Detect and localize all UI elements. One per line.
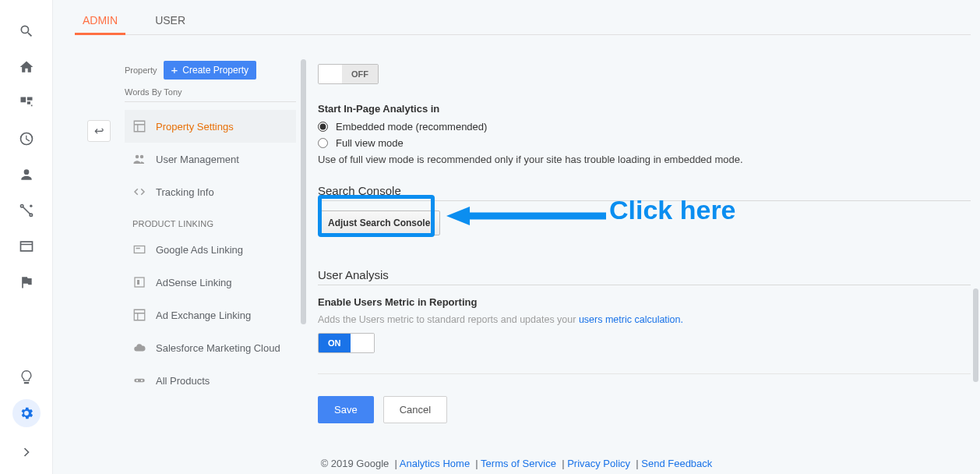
layout-icon: [132, 119, 146, 133]
footer: © 2019 Google | Analytics Home | Terms o…: [53, 458, 980, 469]
cloud-icon: [132, 341, 146, 355]
footer-privacy[interactable]: Privacy Policy: [567, 458, 630, 469]
nav-label: Property Settings: [156, 121, 234, 133]
inpage-help: Use of full view mode is recommended onl…: [318, 154, 971, 165]
nav-tracking-info[interactable]: Tracking Info: [125, 175, 296, 208]
nav-heading-product-linking: PRODUCT LINKING: [125, 208, 296, 233]
footer-analytics-home[interactable]: Analytics Home: [400, 458, 470, 469]
svg-rect-2: [136, 248, 140, 249]
enable-users-title: Enable Users Metric in Reporting: [318, 296, 971, 308]
save-button[interactable]: Save: [318, 396, 374, 423]
svg-point-6: [136, 380, 138, 381]
footer-feedback[interactable]: Send Feedback: [641, 458, 712, 469]
enable-users-help-text: Adds the Users metric to standard report…: [318, 314, 579, 325]
home-icon[interactable]: [12, 53, 41, 81]
user-analysis-heading: User Analysis: [318, 268, 971, 285]
nav-label: User Management: [156, 154, 239, 165]
ads-icon: [132, 242, 146, 256]
nav-property-settings[interactable]: Property Settings: [125, 110, 296, 143]
dashboard-icon[interactable]: [12, 89, 41, 117]
property-nav: Property Settings User Management Tracki…: [125, 110, 296, 397]
create-property-button[interactable]: + Create Property: [164, 61, 256, 80]
flow-icon[interactable]: [12, 196, 41, 225]
radio-fullview-input[interactable]: [318, 138, 328, 148]
property-column: Property + Create Property Words By Tony…: [125, 61, 296, 397]
nav-ad-exchange[interactable]: Ad Exchange Linking: [125, 299, 296, 331]
people-icon: [132, 152, 146, 166]
svg-point-7: [141, 380, 143, 381]
top-tabs: ADMIN USER: [76, 14, 971, 35]
nav-salesforce[interactable]: Salesforce Marketing Cloud: [125, 331, 296, 364]
back-button[interactable]: ↩: [87, 120, 111, 142]
flag-icon[interactable]: [12, 268, 41, 296]
footer-copyright: © 2019 Google: [321, 458, 390, 469]
radio-embedded[interactable]: Embedded mode (recommended): [318, 121, 971, 133]
person-icon[interactable]: [12, 161, 41, 189]
nav-user-management[interactable]: User Management: [125, 143, 296, 175]
users-metric-link[interactable]: users metric calculation.: [579, 314, 683, 325]
nav-label: Salesforce Marketing Cloud: [156, 342, 280, 354]
svg-rect-1: [134, 246, 145, 253]
expand-rail-icon[interactable]: [12, 438, 41, 466]
code-icon: [132, 185, 146, 199]
left-rail: [0, 0, 53, 474]
inner-scrollbar[interactable]: [301, 59, 306, 324]
settings-gear-icon[interactable]: [12, 399, 41, 427]
nav-label: Tracking Info: [156, 186, 214, 198]
lightbulb-icon[interactable]: [12, 363, 41, 391]
enable-users-help: Adds the Users metric to standard report…: [318, 314, 971, 325]
nav-label: All Products: [156, 375, 210, 387]
svg-rect-4: [137, 280, 139, 285]
create-property-label: Create Property: [182, 65, 249, 76]
nav-all-products[interactable]: All Products: [125, 364, 296, 397]
radio-embedded-input[interactable]: [318, 122, 328, 132]
footer-tos[interactable]: Terms of Service: [481, 458, 556, 469]
toggle-off[interactable]: OFF: [318, 64, 379, 84]
toggle-on[interactable]: ON: [318, 333, 375, 353]
radio-embedded-label: Embedded mode (recommended): [336, 121, 487, 133]
adjust-search-console-button[interactable]: Adjust Search Console: [318, 210, 440, 235]
svg-point-0: [30, 205, 32, 207]
clock-icon[interactable]: [12, 125, 41, 153]
nav-label: Google Ads Linking: [156, 244, 243, 256]
tab-user[interactable]: USER: [149, 14, 192, 27]
radio-fullview[interactable]: Full view mode: [318, 137, 971, 149]
card-icon[interactable]: [12, 232, 41, 260]
nav-label: Ad Exchange Linking: [156, 310, 251, 321]
nav-adsense[interactable]: AdSense Linking: [125, 266, 296, 299]
toggle-on-label: ON: [319, 334, 351, 352]
property-label: Property: [125, 65, 157, 75]
page-scrollbar[interactable]: [973, 288, 978, 382]
svg-rect-5: [134, 379, 145, 383]
nav-label: AdSense Linking: [156, 277, 232, 288]
toggle-off-label: OFF: [342, 65, 378, 83]
exchange-icon: [132, 308, 146, 322]
settings-panel: OFF Start In-Page Analytics in Embedded …: [318, 61, 971, 441]
plus-icon: +: [171, 65, 178, 75]
property-name: Words By Tony: [125, 87, 296, 97]
search-console-heading: Search Console: [318, 184, 971, 201]
adsense-icon: [132, 275, 146, 289]
radio-fullview-label: Full view mode: [336, 137, 404, 149]
tab-admin[interactable]: ADMIN: [76, 14, 124, 27]
annotation-arrow: [442, 206, 606, 226]
nav-google-ads[interactable]: Google Ads Linking: [125, 233, 296, 266]
link-icon: [132, 373, 146, 387]
search-icon[interactable]: [12, 17, 41, 45]
divider: [125, 101, 296, 102]
inpage-title: Start In-Page Analytics in: [318, 103, 971, 115]
cancel-button[interactable]: Cancel: [383, 396, 447, 423]
